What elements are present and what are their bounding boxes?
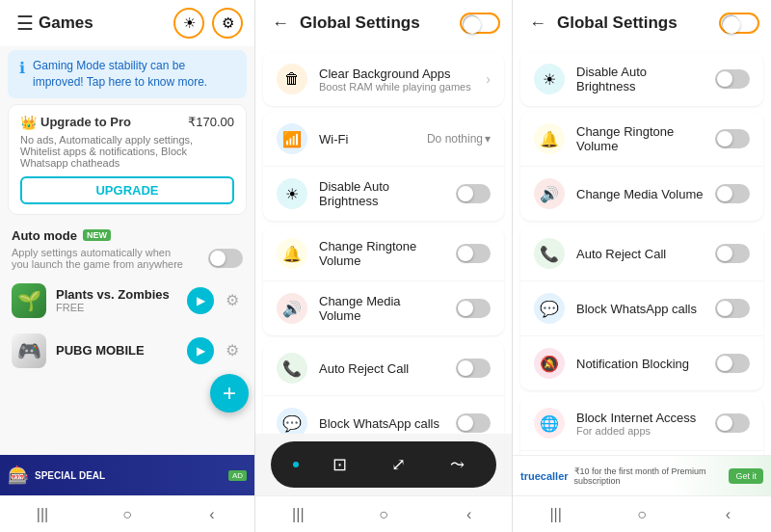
sun-icon[interactable]: ☀	[173, 8, 204, 39]
global-settings-toggle-right[interactable]	[719, 13, 759, 34]
right-ringtone-toggle[interactable]	[715, 129, 750, 148]
game-icon-pvz: 🌱	[12, 283, 46, 318]
nav-home-mid[interactable]: ○	[364, 496, 403, 533]
ad-icon: 🎰	[8, 465, 29, 486]
nav-menu-mid[interactable]: |||	[279, 496, 317, 533]
pro-card: 👑 Upgrade to Pro ₹170.00 No ads, Automat…	[8, 104, 247, 215]
pvz-actions: ▶ ⚙	[187, 287, 243, 314]
brightness-text: Disable Auto Brightness	[319, 179, 444, 208]
truecaller-logo: truecaller	[520, 470, 569, 482]
global-settings-toggle-mid[interactable]	[460, 13, 500, 34]
right-auto-reject-text: Auto Reject Call	[576, 247, 704, 261]
right-brightness-text: Disable Auto Brightness	[576, 65, 704, 93]
right-panel-title: Global Settings	[557, 13, 719, 33]
auto-reject-row: 📞 Auto Reject Call	[263, 341, 504, 396]
gear-icon[interactable]: ⚙	[212, 8, 243, 39]
pro-price: ₹170.00	[188, 115, 234, 129]
pro-card-header: 👑 Upgrade to Pro ₹170.00	[20, 115, 234, 130]
right-brightness-toggle[interactable]	[715, 69, 750, 89]
pro-title: 👑 Upgrade to Pro	[20, 115, 131, 130]
auto-mode-toggle[interactable]	[208, 249, 243, 268]
game-item-pubg: 🎮 PUBG MOBILE ▶ ⚙	[0, 326, 254, 376]
left-bottom-area: +	[0, 418, 254, 455]
upgrade-button[interactable]: UPGRADE	[20, 176, 234, 204]
pvz-play-button[interactable]: ▶	[187, 287, 214, 314]
right-auto-reject-icon: 📞	[534, 238, 565, 269]
media-volume-row: 🔊 Change Media Volume	[263, 281, 504, 335]
share-button[interactable]: ⤳	[440, 447, 475, 482]
block-internet-added-subtitle: For added apps	[576, 425, 704, 437]
share-screen-button[interactable]: ⤢	[382, 447, 416, 482]
media-volume-toggle[interactable]	[456, 299, 491, 318]
right-brightness-title: Disable Auto Brightness	[576, 65, 704, 93]
left-panel: ☰ Games ☀ ⚙ ℹ Gaming Mode stability can …	[0, 0, 255, 532]
nav-home-left[interactable]: ○	[108, 496, 146, 533]
block-whatsapp-text: Block WhatsApp calls	[319, 416, 444, 431]
clear-bg-chevron[interactable]: ›	[486, 71, 491, 87]
mid-section-3: 🔔 Change Ringtone Volume 🔊 Change Media …	[263, 226, 504, 335]
nav-home-right[interactable]: ○	[623, 496, 661, 533]
right-brightness-row: ☀ Disable Auto Brightness	[520, 52, 763, 106]
ringtone-toggle[interactable]	[456, 244, 491, 263]
info-icon: ℹ	[19, 59, 25, 77]
clear-bg-text: Clear Background Apps Boost RAM while pl…	[319, 66, 474, 93]
right-media-icon: 🔊	[534, 178, 565, 209]
get-it-button[interactable]: Get it	[729, 468, 763, 484]
screenshot-button[interactable]: ⊡	[323, 447, 358, 482]
right-panel: ← Global Settings ☀ Disable Auto Brightn…	[513, 0, 771, 532]
nav-back-left[interactable]: ‹	[193, 496, 231, 533]
game-name-pubg: PUBG MOBILE	[56, 343, 177, 358]
ad-tag: AD	[228, 470, 247, 481]
game-icon-pubg: 🎮	[12, 333, 46, 368]
media-volume-text: Change Media Volume	[319, 294, 444, 323]
info-banner[interactable]: ℹ Gaming Mode stability can be improved!…	[8, 50, 247, 98]
wifi-value[interactable]: Do nothing ▾	[427, 132, 491, 146]
pubg-play-button[interactable]: ▶	[187, 337, 214, 364]
ringtone-text: Change Ringtone Volume	[319, 239, 444, 268]
right-auto-reject-toggle[interactable]	[715, 244, 750, 263]
nav-menu-left[interactable]: |||	[23, 496, 62, 533]
truecaller-ad-banner[interactable]: truecaller ₹10 for the first month of Pr…	[513, 455, 771, 495]
hamburger-icon[interactable]: ☰	[12, 10, 39, 37]
right-notification-toggle[interactable]	[715, 354, 750, 373]
fab-button[interactable]: +	[210, 374, 249, 412]
dropdown-chevron: ▾	[485, 132, 491, 146]
left-ad-banner[interactable]: 🎰 SPECIAL DEAL AD	[0, 455, 254, 495]
auto-reject-icon: 📞	[277, 353, 307, 384]
right-auto-reject-title: Auto Reject Call	[576, 247, 704, 261]
right-ringtone-text: Change Ringtone Volume	[576, 124, 704, 153]
right-notification-text: Notification Blocking	[576, 357, 704, 371]
right-notification-row: 🔕 Notification Blocking	[520, 336, 763, 390]
block-internet-added-title: Block Internet Access	[576, 411, 704, 425]
clear-bg-subtitle: Boost RAM while playing games	[319, 81, 474, 93]
nav-back-right[interactable]: ‹	[708, 496, 747, 533]
brightness-toggle[interactable]	[456, 184, 491, 203]
mid-toolbar-wrapper: ⊡ ⤢ ⤳	[255, 434, 512, 495]
pubg-actions: ▶ ⚙	[187, 337, 243, 364]
pubg-settings-button[interactable]: ⚙	[222, 340, 243, 361]
nav-menu-right[interactable]: |||	[537, 496, 575, 533]
truecaller-text: ₹10 for the first month of Premium subsc…	[574, 466, 724, 486]
mid-back-button[interactable]: ←	[267, 10, 294, 37]
block-whatsapp-title: Block WhatsApp calls	[319, 416, 444, 431]
right-ringtone-icon: 🔔	[534, 123, 565, 154]
nav-back-mid[interactable]: ‹	[450, 496, 489, 533]
pvz-settings-button[interactable]: ⚙	[222, 290, 243, 311]
right-back-button[interactable]: ←	[524, 10, 551, 37]
block-whatsapp-icon: 💬	[277, 408, 307, 434]
left-bottom-nav: ||| ○ ‹	[0, 495, 254, 532]
block-internet-added-toggle[interactable]	[715, 413, 750, 433]
auto-reject-toggle[interactable]	[456, 359, 491, 378]
right-block-whatsapp-toggle[interactable]	[715, 299, 750, 318]
block-internet-added-row: 🌐 Block Internet Access For added apps	[520, 396, 763, 451]
right-auto-reject-row: 📞 Auto Reject Call	[520, 226, 763, 281]
clear-bg-icon: 🗑	[277, 64, 307, 94]
right-block-whatsapp-icon: 💬	[534, 293, 565, 324]
game-name-pvz: Plants vs. Zombies	[56, 287, 177, 302]
block-internet-added-text: Block Internet Access For added apps	[576, 411, 704, 437]
block-whatsapp-toggle[interactable]	[456, 413, 491, 433]
right-block-whatsapp-title: Block WhatsApp calls	[576, 302, 704, 316]
right-media-toggle[interactable]	[715, 184, 750, 203]
mid-section-4: 📞 Auto Reject Call 💬 Block WhatsApp call…	[263, 341, 504, 434]
pro-description: No ads, Automatically apply settings, Wh…	[20, 134, 234, 169]
